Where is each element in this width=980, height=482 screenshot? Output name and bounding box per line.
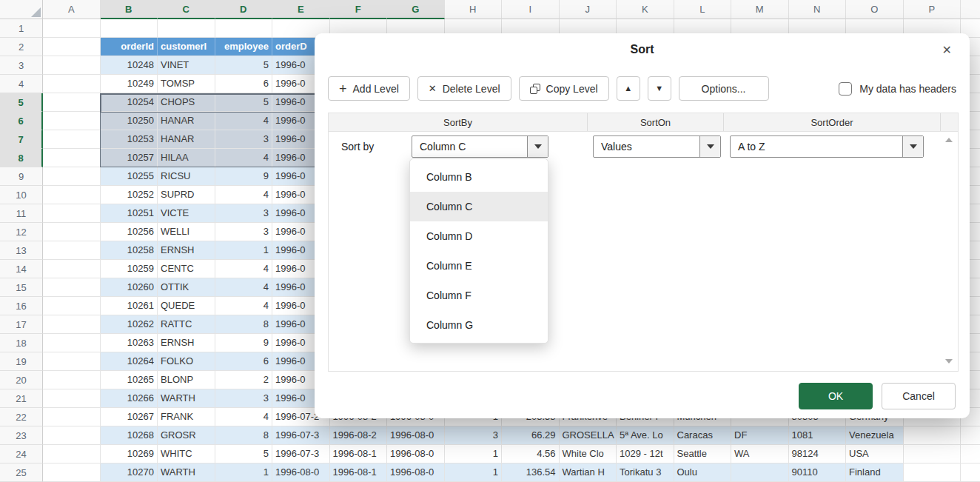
cell-A11[interactable] [43, 204, 101, 223]
cell-B10[interactable]: 10252 [101, 186, 158, 204]
cell-J24[interactable]: White Clo [560, 445, 617, 463]
cell-B20[interactable]: 10265 [101, 371, 158, 389]
cell-B14[interactable]: 10259 [101, 260, 158, 278]
cell-D25[interactable]: 1 [215, 463, 273, 482]
column-header-I[interactable]: I [502, 0, 560, 19]
cell-C23[interactable]: GROSR [158, 426, 215, 445]
cell-B1[interactable] [101, 19, 158, 38]
cell-F23[interactable]: 1996-08-2 [330, 426, 388, 445]
cell-P25[interactable] [904, 463, 961, 482]
cell-D12[interactable]: 3 [215, 223, 273, 241]
column-header-M[interactable]: M [731, 0, 789, 19]
cell-B16[interactable]: 10261 [101, 297, 158, 315]
cell-G23[interactable]: 1996-08-0 [387, 426, 445, 445]
cell-D22[interactable]: 4 [215, 408, 273, 426]
row-header-12[interactable]: 12 [0, 223, 43, 241]
cell-M25[interactable] [731, 463, 789, 482]
row-header-13[interactable]: 13 [0, 241, 43, 260]
cell-D21[interactable]: 3 [215, 389, 273, 408]
cell-B8[interactable]: 10257 [101, 149, 158, 167]
cell-P24[interactable] [904, 445, 961, 463]
cell-B21[interactable]: 10266 [101, 389, 158, 408]
cell-B5[interactable]: 10254 [101, 93, 158, 112]
cell-I25[interactable]: 136.54 [502, 463, 560, 482]
cell-C12[interactable]: WELLI [158, 223, 215, 241]
cell-A17[interactable] [43, 315, 101, 334]
sort-order-select[interactable]: A to Z [730, 135, 924, 158]
row-header-25[interactable]: 25 [0, 463, 43, 482]
cell-K23[interactable]: 5ª Ave. Lo [617, 426, 674, 445]
cell-A25[interactable] [43, 463, 101, 482]
column-header-O[interactable]: O [846, 0, 904, 19]
sort-by-dropdown-button[interactable] [527, 136, 548, 157]
cell-A5[interactable] [43, 93, 101, 112]
row-header-21[interactable]: 21 [0, 389, 43, 408]
sort-order-dropdown-button[interactable] [902, 136, 923, 157]
cell-N25[interactable]: 90110 [789, 463, 847, 482]
cell-B17[interactable]: 10262 [101, 315, 158, 334]
cell-A21[interactable] [43, 389, 101, 408]
cell-B18[interactable]: 10263 [101, 334, 158, 352]
column-header-C[interactable]: C [158, 0, 215, 19]
cell-C3[interactable]: VINET [158, 56, 215, 75]
cell-C22[interactable]: FRANK [158, 408, 215, 426]
cell-D4[interactable]: 6 [215, 75, 273, 93]
column-header-J[interactable]: J [560, 0, 617, 19]
cell-D3[interactable]: 5 [215, 56, 273, 75]
cell-D7[interactable]: 3 [215, 130, 273, 149]
cell-C25[interactable]: WARTH [158, 463, 215, 482]
cell-D11[interactable]: 3 [215, 204, 273, 223]
cell-A24[interactable] [43, 445, 101, 463]
cell-C4[interactable]: TOMSP [158, 75, 215, 93]
cell-C21[interactable]: WARTH [158, 389, 215, 408]
cell-B11[interactable]: 10251 [101, 204, 158, 223]
dropdown-item-column-e[interactable]: Column E [410, 251, 548, 281]
row-header-10[interactable]: 10 [0, 186, 43, 204]
cell-A7[interactable] [43, 130, 101, 149]
row-header-23[interactable]: 23 [0, 426, 43, 445]
cell-C9[interactable]: RICSU [158, 167, 215, 186]
cell-O24[interactable]: USA [846, 445, 904, 463]
cell-B7[interactable]: 10253 [101, 130, 158, 149]
row-header-7[interactable]: 7 [0, 130, 43, 149]
cell-A4[interactable] [43, 75, 101, 93]
cell-D1[interactable] [215, 19, 273, 38]
row-header-22[interactable]: 22 [0, 408, 43, 426]
cell-E25[interactable]: 1996-08-0 [272, 463, 330, 482]
column-header-L[interactable]: L [674, 0, 732, 19]
cell-B24[interactable]: 10269 [101, 445, 158, 463]
select-all-corner[interactable] [0, 0, 43, 19]
cell-B13[interactable]: 10258 [101, 241, 158, 260]
cell-A23[interactable] [43, 426, 101, 445]
cell-A10[interactable] [43, 186, 101, 204]
cell-D19[interactable]: 6 [215, 352, 273, 371]
cell-C15[interactable]: OTTIK [158, 278, 215, 297]
cell-A22[interactable] [43, 408, 101, 426]
cell-D13[interactable]: 1 [215, 241, 273, 260]
copy-level-button[interactable]: Copy Level [519, 76, 609, 101]
column-header-F[interactable]: F [330, 0, 388, 19]
cell-A1[interactable] [43, 19, 101, 38]
cell-B25[interactable]: 10270 [101, 463, 158, 482]
cell-A20[interactable] [43, 371, 101, 389]
row-header-4[interactable]: 4 [0, 75, 43, 93]
cell-B9[interactable]: 10255 [101, 167, 158, 186]
cell-A3[interactable] [43, 56, 101, 75]
dropdown-item-column-g[interactable]: Column G [410, 310, 548, 340]
delete-level-button[interactable]: ✕ Delete Level [417, 76, 511, 101]
options-button[interactable]: Options... [679, 76, 769, 101]
row-header-6[interactable]: 6 [0, 112, 43, 130]
cell-D17[interactable]: 8 [215, 315, 273, 334]
column-header-D[interactable]: D [215, 0, 273, 19]
cell-C19[interactable]: FOLKO [158, 352, 215, 371]
sort-on-select[interactable]: Values [593, 135, 721, 158]
column-header-P[interactable]: P [904, 0, 961, 19]
cell-C24[interactable]: WHITC [158, 445, 215, 463]
cell-A2[interactable] [43, 38, 101, 56]
column-header-G[interactable]: G [387, 0, 445, 19]
column-header-N[interactable]: N [789, 0, 847, 19]
cell-E23[interactable]: 1996-07-3 [272, 426, 330, 445]
cell-N24[interactable]: 98124 [789, 445, 847, 463]
column-header-A[interactable]: A [43, 0, 101, 19]
cell-K25[interactable]: Torikatu 3 [617, 463, 674, 482]
